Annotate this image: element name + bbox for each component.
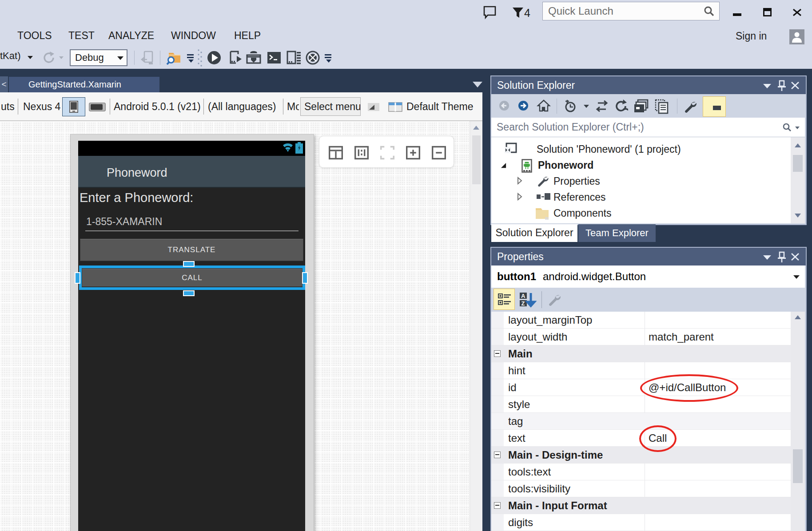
svg-text:Z: Z <box>521 300 525 307</box>
svg-text:A: A <box>521 293 525 299</box>
